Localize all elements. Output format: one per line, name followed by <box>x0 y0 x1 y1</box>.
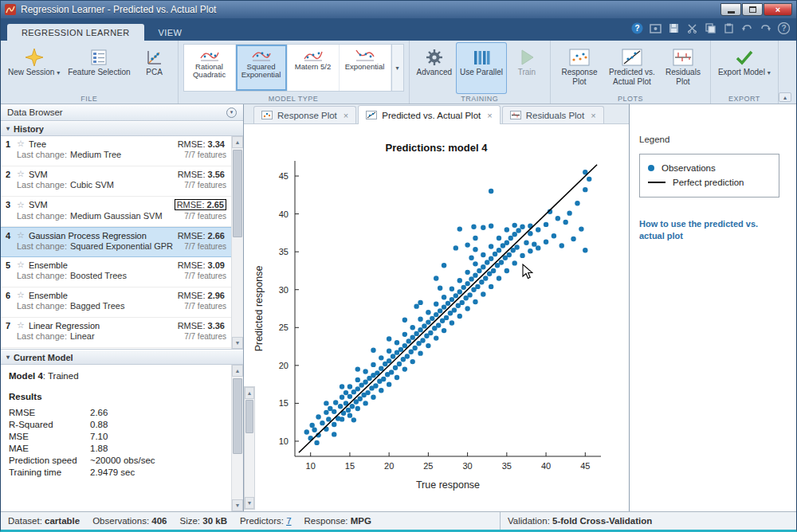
scrollbar-thumb[interactable] <box>233 150 242 237</box>
gallery-item-rational-quadratic[interactable]: Rational Quadratic <box>184 45 236 91</box>
last-change-label: Last change: <box>17 241 67 251</box>
favorite-star-icon[interactable]: ☆ <box>17 230 25 241</box>
ribbon: New Session ▾ Feature Selection PCA FILE <box>1 41 796 104</box>
screenshot-icon[interactable] <box>649 22 662 34</box>
undo-icon[interactable] <box>740 22 753 34</box>
favorite-star-icon[interactable]: ☆ <box>17 139 25 149</box>
plot-area-scrollbar[interactable]: ▲ ▼ <box>244 386 255 510</box>
paste-icon[interactable] <box>722 22 735 34</box>
favorite-star-icon[interactable]: ☆ <box>17 290 25 300</box>
scroll-up-button[interactable]: ▲ <box>232 365 243 377</box>
copy-icon[interactable] <box>704 22 717 34</box>
model-name: Medium Gaussian SVM <box>70 211 181 221</box>
favorite-star-icon[interactable]: ☆ <box>17 200 25 210</box>
title-bar[interactable]: Regression Learner - Predicted vs. Actua… <box>1 1 796 18</box>
scroll-up-button[interactable]: ▲ <box>245 387 254 399</box>
quick-access-toolbar: ? ? <box>630 22 790 34</box>
svg-text:20: 20 <box>384 461 394 471</box>
feature-selection-button[interactable]: Feature Selection <box>65 43 133 93</box>
doc-tab-predicted-vs-actual[interactable]: Predicted vs. Actual Plot × <box>358 105 500 124</box>
stat-row: Training time 2.9479 sec <box>9 466 231 478</box>
scroll-down-button[interactable]: ▼ <box>232 499 243 511</box>
history-scrollbar[interactable]: ▲ ▼ <box>231 136 243 349</box>
residuals-plot-button[interactable]: Residuals Plot <box>660 43 706 93</box>
model-type: Ensemble <box>29 260 172 270</box>
svg-text:25: 25 <box>423 461 433 471</box>
help-link[interactable]: How to use the predicted vs. actual plot <box>639 218 781 242</box>
current-model-scrollbar[interactable]: ▲ ▼ <box>231 365 243 511</box>
close-tab-icon[interactable]: × <box>485 111 492 120</box>
panel-menu-icon[interactable]: ▾ <box>226 108 237 118</box>
ribbon-tabstrip: REGRESSION LEARNER VIEW ? ? <box>1 18 796 41</box>
redo-icon[interactable] <box>759 22 771 34</box>
scroll-down-button[interactable]: ▼ <box>245 497 254 509</box>
scrollbar-thumb[interactable] <box>245 400 253 433</box>
pca-button[interactable]: PCA <box>135 43 174 93</box>
predicted-vs-actual-plot-button[interactable]: Predicted vs. Actual Plot <box>606 43 658 93</box>
last-change-label: Last change: <box>17 211 67 221</box>
scroll-down-button[interactable]: ▼ <box>232 337 243 349</box>
scroll-up-button[interactable]: ▲ <box>232 136 243 148</box>
history-row[interactable]: 1 ☆ Tree RMSE: 3.34 Last change: Medium … <box>1 136 231 166</box>
minimize-button[interactable] <box>720 3 741 16</box>
plots-section-label: PLOTS <box>551 95 710 103</box>
save-icon[interactable] <box>667 22 680 34</box>
new-session-label: New Session <box>8 68 54 76</box>
pca-label: PCA <box>146 68 163 77</box>
new-session-button[interactable]: New Session ▾ <box>5 43 63 93</box>
history-row[interactable]: 4 ☆ Gaussian Process Regression RMSE: 2.… <box>1 227 231 257</box>
response-plot-button[interactable]: Response Plot <box>555 43 604 93</box>
help-question-icon[interactable]: ? <box>777 22 790 34</box>
history-row[interactable]: 6 ☆ Ensemble RMSE: 2.96 Last change: Bag… <box>1 288 231 318</box>
doc-tab-response-plot[interactable]: Response Plot × <box>253 106 356 123</box>
history-section-header[interactable]: ▾ History <box>1 121 243 136</box>
rmse-value: RMSE: 2.96 <box>176 291 226 300</box>
close-tab-icon[interactable]: × <box>589 111 595 120</box>
cut-icon[interactable] <box>685 22 698 34</box>
results-label: Results <box>9 392 231 401</box>
minimize-icon <box>728 11 735 14</box>
current-model-name: Model 4 <box>9 371 43 381</box>
model-index: 3 <box>6 200 13 209</box>
tab-regression-learner[interactable]: REGRESSION LEARNER <box>7 24 144 41</box>
export-model-button[interactable]: Export Model ▾ <box>715 43 774 93</box>
history-row[interactable]: 2 ☆ SVM RMSE: 3.56 Last change: Cubic SV… <box>1 166 231 197</box>
gallery-item-exponential[interactable]: Exponential <box>340 45 391 91</box>
gallery-item-squared-exponential[interactable]: Squared Exponential <box>236 45 288 91</box>
maximize-button[interactable] <box>742 3 763 16</box>
close-tab-icon[interactable]: × <box>342 111 348 120</box>
history-row[interactable]: 7 ☆ Linear Regression RMSE: 3.36 Last ch… <box>1 318 231 348</box>
use-parallel-button[interactable]: Use Parallel <box>457 43 506 93</box>
close-button[interactable]: × <box>764 3 792 16</box>
help-icon[interactable]: ? <box>630 22 643 34</box>
current-model-section-header[interactable]: ▾ Current Model <box>1 350 243 365</box>
pca-icon <box>146 46 163 68</box>
train-button[interactable]: Train <box>508 43 546 93</box>
document-tab-bar: Response Plot × Predicted vs. Actual Plo… <box>244 104 629 124</box>
history-row[interactable]: 5 ☆ Ensemble RMSE: 3.09 Last change: Boo… <box>1 257 231 288</box>
plot-canvas[interactable]: Predictions: model 4 1015202530354045101… <box>244 124 629 511</box>
predictors-link[interactable]: 7 <box>286 516 291 526</box>
svg-text:20: 20 <box>279 361 289 370</box>
tab-view[interactable]: VIEW <box>144 24 197 41</box>
stat-row: Prediction speed ~20000 obs/sec <box>9 454 231 466</box>
model-type: Linear Regression <box>29 321 172 331</box>
ribbon-section-plots: Response Plot Predicted vs. Actual Plot … <box>551 41 711 104</box>
collapse-ribbon-button[interactable]: ▴ <box>779 92 791 102</box>
favorite-star-icon[interactable]: ☆ <box>17 320 25 331</box>
gallery-item-matern[interactable]: Matern 5/2 <box>288 45 340 91</box>
favorite-star-icon[interactable]: ☆ <box>17 169 25 179</box>
status-bar: Dataset: cartable Observations: 406 Size… <box>1 511 796 530</box>
gear-icon <box>425 46 444 68</box>
svg-text:15: 15 <box>279 398 289 408</box>
svg-text:?: ? <box>634 24 639 33</box>
stat-value: 7.10 <box>90 432 108 441</box>
advanced-button[interactable]: Advanced <box>414 43 455 93</box>
gallery-dropdown-button[interactable]: ▾ <box>391 45 403 91</box>
perfect-prediction-marker-icon <box>648 182 665 183</box>
history-row[interactable]: 3 ☆ SVM RMSE: 2.65 Last change: Medium G… <box>1 197 231 227</box>
doc-tab-residuals-plot[interactable]: Residuals Plot × <box>502 106 604 123</box>
residuals-plot-label: Residuals Plot <box>663 68 703 86</box>
favorite-star-icon[interactable]: ☆ <box>17 260 25 270</box>
scrollbar-thumb[interactable] <box>233 378 242 454</box>
